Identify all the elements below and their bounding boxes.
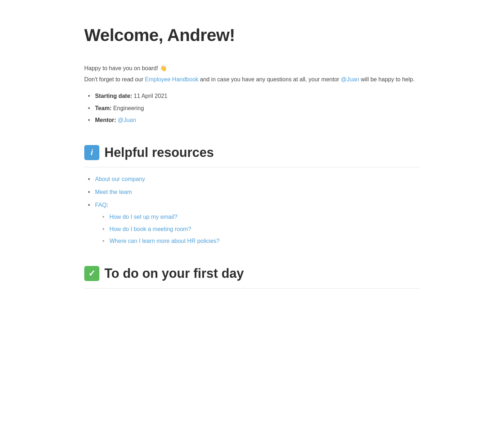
- detail-team-label: Team:: [95, 105, 112, 111]
- employee-handbook-link[interactable]: Employee Handbook: [145, 76, 198, 82]
- detail-starting-date-value: 11 April 2021: [134, 93, 167, 99]
- intro-line2: Don't forget to read our Employee Handbo…: [84, 75, 420, 84]
- todo-heading: ✓ To do on your first day: [84, 263, 420, 289]
- detail-team: Team: Engineering: [88, 104, 420, 113]
- intro-line2-suffix: will be happy to help.: [359, 76, 415, 82]
- detail-starting-date-label: Starting date:: [95, 93, 132, 99]
- helpful-resources-section: i Helpful resources About our company Me…: [84, 142, 420, 246]
- about-company-link[interactable]: About our company: [95, 176, 145, 182]
- faq-item-meeting: How do I book a meeting room?: [102, 225, 420, 234]
- faq-colon: :: [107, 202, 108, 208]
- helpful-resources-heading: i Helpful resources: [84, 142, 420, 168]
- intro-line1: Happy to have you on board! 👋: [84, 64, 420, 73]
- mentor-link[interactable]: @Juan: [118, 117, 136, 123]
- resource-item-faq: FAQ: How do I set up my email? How do I …: [88, 200, 420, 246]
- faq-item-hr: Where can I learn more about HR policies…: [102, 236, 420, 246]
- faq-email-link[interactable]: How do I set up my email?: [109, 214, 177, 220]
- page-title: Welcome, Andrew!: [84, 22, 420, 49]
- faq-hr-link[interactable]: Where can I learn more about HR policies…: [109, 238, 220, 244]
- intro-line2-prefix: Don't forget to read our: [84, 76, 145, 82]
- faq-link[interactable]: FAQ: [95, 202, 107, 208]
- resources-list: About our company Meet the team FAQ: How…: [84, 175, 420, 246]
- detail-starting-date: Starting date: 11 April 2021: [88, 91, 420, 101]
- helpful-resources-title: Helpful resources: [104, 142, 214, 163]
- faq-item-email: How do I set up my email?: [102, 212, 420, 222]
- detail-mentor: Mentor: @Juan: [88, 116, 420, 125]
- page-container: Welcome, Andrew! Happy to have you on bo…: [54, 0, 450, 310]
- resource-item-about: About our company: [88, 175, 420, 184]
- faq-meeting-link[interactable]: How do I book a meeting room?: [109, 226, 191, 232]
- detail-team-value: Engineering: [113, 105, 144, 111]
- detail-mentor-label: Mentor:: [95, 117, 116, 123]
- details-list: Starting date: 11 April 2021 Team: Engin…: [84, 91, 420, 125]
- todo-section: ✓ To do on your first day: [84, 263, 420, 289]
- info-icon: i: [84, 145, 99, 160]
- meet-the-team-link[interactable]: Meet the team: [95, 189, 132, 195]
- check-icon: ✓: [84, 266, 99, 281]
- mentor-link-intro[interactable]: @Juan: [341, 76, 359, 82]
- todo-title: To do on your first day: [104, 263, 244, 284]
- intro-line2-middle: and in case you have any questions at al…: [198, 76, 341, 82]
- resource-item-team: Meet the team: [88, 187, 420, 197]
- faq-sub-list: How do I set up my email? How do I book …: [95, 212, 420, 246]
